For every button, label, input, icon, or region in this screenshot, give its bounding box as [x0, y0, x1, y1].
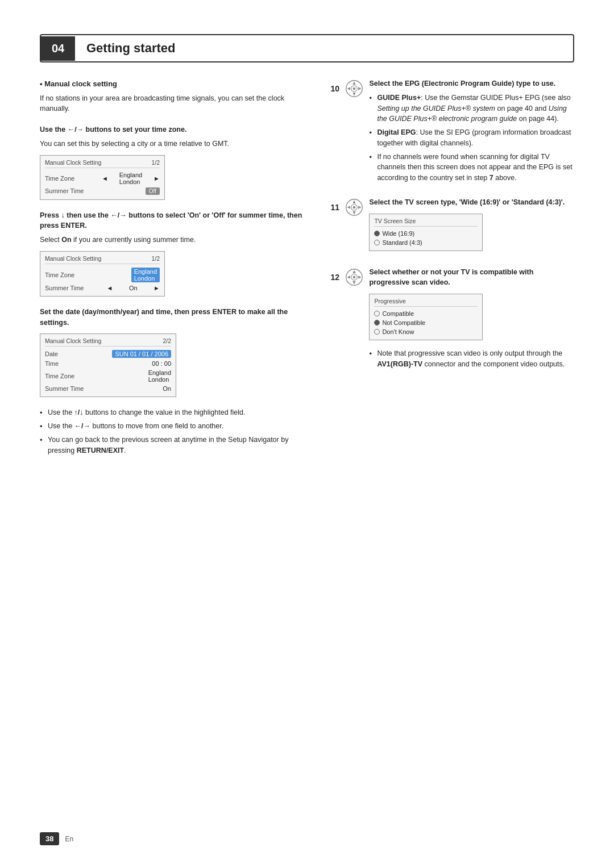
screen-prog-title: Progressive: [374, 298, 478, 307]
svg-marker-9: [353, 200, 356, 203]
row-label-time: Time: [45, 360, 90, 367]
svg-marker-4: [347, 87, 350, 90]
screen-3-header: Manual Clock Setting 2/2: [45, 337, 171, 347]
screen-2-row-summertime: Summer Time ◄ On ►: [45, 283, 160, 293]
page-container: 04 Getting started • Manual clock settin…: [0, 0, 614, 868]
prog-option-compatible: Compatible: [374, 309, 478, 318]
manual-clock-heading: • Manual clock setting: [40, 78, 308, 90]
step-11-block: 11 Select the TV screen type, 'Wide (16:…: [330, 197, 574, 259]
tips-list: Use the ↑/↓ buttons to change the value …: [40, 407, 308, 456]
prog-option-compatible-label: Compatible: [382, 310, 414, 317]
screen-3-row-date: Date SUN 01 / 01 / 2006: [45, 349, 171, 359]
screen-progressive: Progressive Compatible Not Compatible Do…: [369, 294, 483, 340]
row-label-summertime-2: Summer Time: [45, 285, 90, 291]
screen-2-header: Manual Clock Setting 1/2: [45, 255, 160, 264]
svg-marker-2: [353, 82, 356, 85]
page-number: 38: [40, 832, 59, 845]
step-12-content: Select whether or not your TV is compati…: [369, 267, 574, 375]
svg-marker-10: [353, 211, 356, 214]
step-10-number: 10: [330, 84, 342, 93]
step-10-bullet-1: GUIDE Plus+: Use the Gemstar GUIDE Plus+…: [369, 93, 574, 124]
radio-compatible: [374, 311, 380, 316]
svg-marker-12: [359, 206, 362, 208]
step-10-heading: Select the EPG (Electronic Program Guide…: [369, 78, 574, 89]
svg-marker-3: [353, 93, 356, 95]
svg-marker-18: [347, 276, 350, 278]
screen-2-page: 1/2: [151, 255, 160, 262]
chapter-title: Getting started: [75, 35, 186, 61]
timezone-text: You can set this by selecting a city or …: [40, 139, 308, 149]
svg-point-13: [353, 206, 355, 208]
timezone-section: Use the ←/→ buttons to set your time zon…: [40, 124, 308, 200]
date-section: Set the date (day/month/year) and time, …: [40, 307, 308, 398]
screen-1-row-timezone: Time Zone ◄ EnglandLondon ►: [45, 170, 160, 186]
step-11-icon-area: 11: [330, 198, 363, 216]
tv-option-standard-label: Standard (4:3): [382, 239, 422, 246]
press-instruction-text: Select On if you are currently using sum…: [40, 235, 308, 245]
row-label-summertime-1: Summer Time: [45, 187, 90, 194]
screen-3-page: 2/2: [163, 337, 171, 344]
step-12-icon-area: 12: [330, 268, 363, 286]
step-12-note-item: Note that progressive scan video is only…: [369, 348, 574, 370]
step-10-bullet-2: Digital EPG: Use the SI EPG (program inf…: [369, 127, 574, 149]
screen-3-title: Manual Clock Setting: [45, 337, 101, 344]
step-11-content: Select the TV screen type, 'Wide (16:9)'…: [369, 197, 574, 259]
page-footer: 38 En: [40, 832, 73, 845]
tv-option-wide: Wide (16:9): [374, 229, 478, 238]
page-lang: En: [65, 835, 73, 843]
step-11-number: 11: [330, 203, 342, 212]
prog-option-not: Not Compatible: [374, 318, 478, 327]
row-value-timezone-3: EnglandLondon: [148, 369, 171, 383]
svg-marker-17: [353, 281, 356, 284]
row-label-summer-3: Summer Time: [45, 385, 90, 392]
row-label-date: Date: [45, 350, 90, 357]
step-11-nav-icon: [345, 198, 363, 216]
screen-tv-size: TV Screen Size Wide (16:9) Standard (4:3…: [369, 214, 483, 251]
row-value-summer-3: On: [163, 385, 171, 392]
svg-marker-11: [347, 206, 350, 208]
step-12-nav-icon: [345, 268, 363, 286]
radio-standard: [374, 240, 380, 245]
screen-3-row-summer: Summer Time On: [45, 384, 171, 393]
radio-not-compatible: [374, 320, 380, 326]
arrow-right-2: ►: [154, 285, 160, 291]
step-12-note: Note that progressive scan video is only…: [369, 348, 574, 370]
step-10-bullets: GUIDE Plus+: Use the Gemstar GUIDE Plus+…: [369, 93, 574, 183]
chapter-header: 04 Getting started: [40, 34, 574, 62]
press-instruction-section: Press ↓ then use the ←/→ buttons to sele…: [40, 210, 308, 297]
press-instruction: Press ↓ then use the ←/→ buttons to sele…: [40, 210, 308, 232]
tv-option-standard: Standard (4:3): [374, 238, 478, 247]
content-columns: • Manual clock setting If no stations in…: [40, 78, 574, 461]
row-value-date: SUN 01 / 01 / 2006: [112, 350, 171, 358]
step-12-number: 12: [330, 273, 342, 282]
tv-option-wide-label: Wide (16:9): [382, 230, 414, 237]
tip-3: You can go back to the previous screen a…: [40, 435, 308, 456]
screen-1: Manual Clock Setting 1/2 Time Zone ◄ Eng…: [40, 155, 165, 200]
screen-1-page: 1/2: [151, 159, 160, 166]
screen-3-row-time: Time 00 : 00: [45, 359, 171, 368]
radio-dontknow: [374, 329, 380, 335]
prog-option-dontknow-label: Don't Know: [382, 328, 414, 335]
step-10-bullet-3: If no channels were found when scanning …: [369, 152, 574, 183]
row-value-timezone: EnglandLondon: [119, 172, 142, 185]
row-value-time: 00 : 00: [152, 360, 171, 367]
svg-point-6: [353, 87, 355, 90]
screen-2: Manual Clock Setting 1/2 Time Zone Engla…: [40, 251, 165, 297]
timezone-instruction: Use the ←/→ buttons to set your time zon…: [40, 124, 308, 135]
svg-marker-5: [359, 87, 362, 90]
step-10-nav-icon: [345, 80, 363, 98]
off-badge: Off: [146, 187, 160, 195]
step-12-heading: Select whether or not your TV is compati…: [369, 267, 574, 289]
step-10-icon-area: 10: [330, 80, 363, 98]
svg-marker-19: [359, 276, 362, 278]
row-value-summertime-2: On: [129, 285, 138, 291]
screen-tv-title: TV Screen Size: [374, 218, 478, 227]
radio-wide: [374, 231, 380, 236]
step-10-block: 10 Select the EPG (Electronic Progr: [330, 78, 574, 189]
screen-1-title: Manual Clock Setting: [45, 159, 101, 166]
right-column: 10 Select the EPG (Electronic Progr: [330, 78, 574, 461]
screen-2-title: Manual Clock Setting: [45, 255, 101, 262]
arrow-left-1: ◄: [102, 175, 108, 182]
svg-marker-16: [353, 270, 356, 273]
row-value-timezone-2: EnglandLondon: [131, 268, 160, 282]
